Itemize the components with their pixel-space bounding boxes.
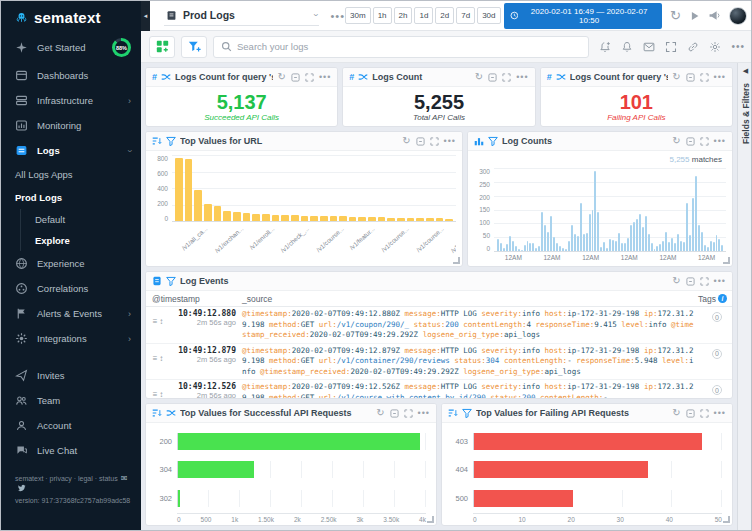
time-range-1d[interactable]: 1d [414, 7, 433, 24]
sidebar-item-live-chat[interactable]: Live Chat [1, 438, 141, 463]
add-component-button[interactable] [149, 36, 175, 58]
hbar-track [473, 490, 722, 507]
refresh-icon[interactable]: ↻ [672, 276, 680, 286]
fields-filters-rail[interactable]: ◀ Fields & Filters [737, 63, 752, 530]
email-icon[interactable]: ✉ [121, 474, 128, 483]
refresh-icon[interactable]: ↻ [277, 72, 285, 82]
sidebar-item-prod-logs[interactable]: Prod Logs [1, 186, 141, 209]
user-avatar[interactable] [729, 7, 747, 25]
tag-count-badge[interactable]: 0 [712, 385, 722, 395]
log-event-row[interactable]: ≡↕10:49:12.8802m 56s ago@timestamp:2020-… [146, 307, 732, 344]
sidebar-item-account[interactable]: Account [1, 413, 141, 438]
refresh-icon[interactable]: ↻ [376, 408, 384, 418]
share-link-icon[interactable] [687, 41, 699, 53]
collapse-icon[interactable] [686, 73, 695, 82]
expand-toggle-icon[interactable]: ↕ [159, 354, 163, 363]
more-icon[interactable]: ••• [714, 137, 726, 146]
refresh-icon[interactable]: ↻ [475, 72, 483, 82]
refresh-icon[interactable]: ↻ [402, 136, 410, 146]
sidebar-item-team[interactable]: Team [1, 388, 141, 413]
collapse-icon[interactable] [416, 137, 425, 146]
more-icon[interactable]: ••• [444, 137, 456, 146]
more-icon[interactable]: ••• [319, 73, 331, 82]
sidebar-item-get-started[interactable]: Get Started 88% [1, 32, 141, 63]
sidebar-item-dashboards[interactable]: Dashboards [1, 63, 141, 88]
sidebar-item-default[interactable]: Default [21, 209, 141, 230]
fullscreen-icon[interactable] [430, 137, 439, 146]
more-icon[interactable]: ••• [714, 73, 726, 82]
info-icon[interactable]: i [718, 294, 727, 303]
collapse-icon[interactable] [390, 409, 399, 418]
drag-handle-icon[interactable]: ≡ [153, 317, 158, 326]
matches-count[interactable]: 5,255 matches [494, 155, 726, 168]
collapse-icon[interactable] [686, 277, 695, 286]
refresh-icon[interactable]: ↻ [672, 408, 680, 418]
refresh-icon[interactable]: ↻ [670, 9, 681, 22]
add-filter-button[interactable] [181, 36, 207, 58]
fullscreen-icon[interactable] [404, 409, 413, 418]
refresh-icon[interactable]: ↻ [672, 136, 680, 146]
announcements-icon[interactable] [708, 9, 721, 22]
col-tags[interactable]: Tagsi [698, 294, 732, 304]
fullscreen-icon[interactable] [665, 41, 677, 53]
sidebar-item-logs[interactable]: Logs › [1, 138, 141, 163]
more-icon[interactable]: ••• [418, 409, 430, 418]
date-range-button[interactable]: 2020-02-01 16:49 — 2020-02-07 10:50 [504, 3, 662, 29]
app-selector[interactable]: Prod Logs › [164, 5, 319, 26]
expand-toggle-icon[interactable]: ↕ [159, 390, 163, 399]
more-icon[interactable]: ••• [714, 409, 726, 418]
sidebar-item-alerts-events[interactable]: Alerts & Events › [1, 301, 141, 326]
refresh-icon[interactable]: ↻ [672, 72, 680, 82]
time-range-2h[interactable]: 2h [394, 7, 413, 24]
sidebar-item-integrations[interactable]: Integrations › [1, 326, 141, 351]
tag-count-badge[interactable]: 0 [712, 312, 722, 322]
time-range-1h[interactable]: 1h [373, 7, 392, 24]
fullscreen-icon[interactable] [502, 73, 511, 82]
play-icon[interactable] [689, 10, 701, 22]
collapse-icon[interactable] [686, 137, 695, 146]
more-icon[interactable]: ••• [516, 73, 528, 82]
dashboards-icon [15, 69, 28, 82]
fullscreen-icon[interactable] [305, 73, 314, 82]
time-range-30m[interactable]: 30m [345, 7, 371, 24]
log-event-row[interactable]: ≡↕10:49:12.8792m 56s ago@timestamp:2020-… [146, 344, 732, 381]
sidebar-item-all-logs-apps[interactable]: All Logs Apps [1, 163, 141, 186]
time-range-2d[interactable]: 2d [435, 7, 454, 24]
col-source[interactable]: _source [242, 294, 698, 304]
sidebar-item-explore[interactable]: Explore [21, 230, 141, 251]
fullscreen-icon[interactable] [700, 277, 709, 286]
email-report-icon[interactable] [643, 41, 655, 53]
col-timestamp[interactable]: @timestamp [146, 294, 242, 304]
brand[interactable]: sematext [1, 1, 141, 32]
alerts-icon[interactable] [621, 41, 633, 53]
sidebar-item-invites[interactable]: Invites [1, 363, 141, 388]
twitter-icon[interactable] [18, 484, 26, 492]
footer-links[interactable]: sematext · privacy · legal · status [15, 475, 118, 482]
more-icon[interactable]: ••• [714, 277, 726, 286]
sidebar-item-monitoring[interactable]: Monitoring [1, 113, 141, 138]
time-range-7d[interactable]: 7d [456, 7, 475, 24]
progress-ring[interactable]: 88% [112, 38, 131, 57]
sidebar-item-experience[interactable]: Experience [1, 251, 141, 276]
settings-sprocket-icon[interactable] [709, 41, 721, 53]
log-event-row[interactable]: ≡↕10:49:12.5262m 56s ago@timestamp:2020-… [146, 380, 732, 399]
collapse-icon[interactable] [291, 73, 300, 82]
time-range-30d[interactable]: 30d [477, 7, 500, 24]
search-input[interactable] [237, 41, 581, 52]
expand-toggle-icon[interactable]: ↕ [159, 317, 163, 326]
fullscreen-icon[interactable] [700, 73, 709, 82]
toolbar-more-icon[interactable]: ••• [731, 41, 745, 52]
fullscreen-icon[interactable] [700, 409, 709, 418]
topbar-more-icon[interactable]: ••• [331, 10, 346, 22]
drag-handle-icon[interactable]: ≡ [153, 390, 158, 399]
sidebar-collapse-handle[interactable]: ◂ [141, 1, 150, 31]
sidebar-item-correlations[interactable]: Correlations [1, 276, 141, 301]
sidebar-item-infrastructure[interactable]: Infrastructure › [1, 88, 141, 113]
fullscreen-icon[interactable] [700, 137, 709, 146]
collapse-icon[interactable] [686, 409, 695, 418]
tag-count-badge[interactable]: 0 [712, 349, 722, 359]
drag-handle-icon[interactable]: ≡ [153, 354, 158, 363]
create-alert-icon[interactable] [599, 41, 611, 53]
collapse-icon[interactable] [488, 73, 497, 82]
funnel-icon [462, 408, 472, 418]
